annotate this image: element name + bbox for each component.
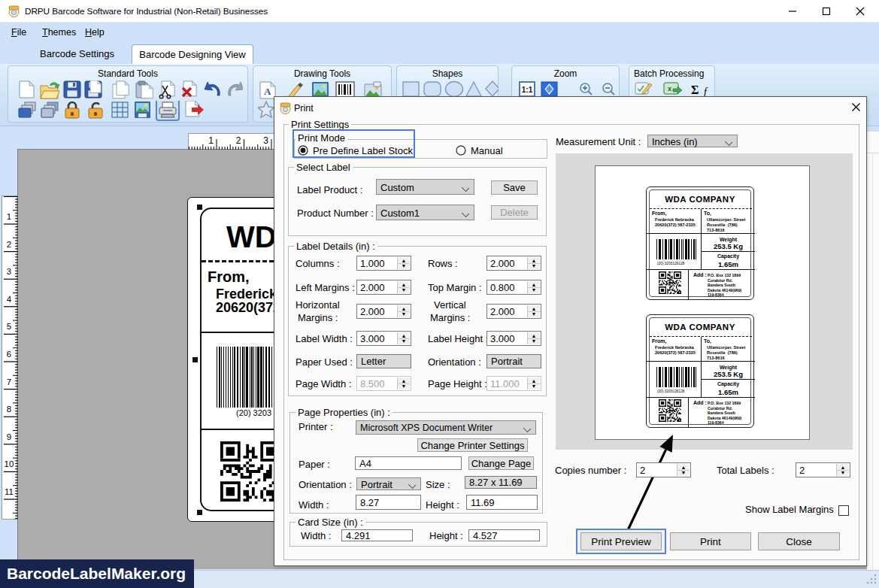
svg-text:4: 4 bbox=[7, 295, 12, 304]
svg-text:x: x bbox=[668, 85, 671, 92]
svg-text:A: A bbox=[264, 86, 271, 97]
svg-text:2: 2 bbox=[236, 135, 241, 146]
svg-text:3: 3 bbox=[263, 135, 268, 146]
svg-text:10: 10 bbox=[5, 459, 14, 468]
svg-text:Σ: Σ bbox=[691, 83, 699, 96]
svg-text:8: 8 bbox=[7, 405, 11, 414]
svg-text:6: 6 bbox=[7, 350, 11, 359]
svg-text:5: 5 bbox=[7, 322, 11, 331]
svg-text:9: 9 bbox=[7, 432, 11, 441]
svg-text:2: 2 bbox=[7, 240, 11, 249]
svg-text:1: 1 bbox=[7, 212, 11, 221]
svg-text:11: 11 bbox=[5, 487, 14, 496]
svg-text:1:1: 1:1 bbox=[522, 86, 533, 94]
svg-text:1: 1 bbox=[208, 135, 214, 146]
svg-text:3: 3 bbox=[7, 267, 11, 276]
svg-text:ƒ: ƒ bbox=[703, 86, 708, 97]
svg-text:7: 7 bbox=[7, 377, 11, 386]
